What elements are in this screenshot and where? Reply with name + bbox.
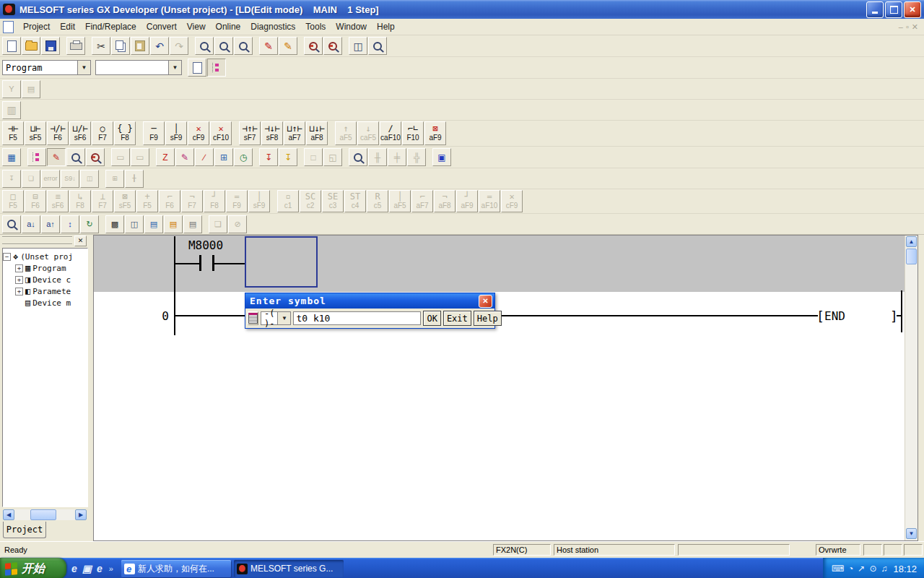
restore-button[interactable] [885, 1, 902, 18]
mdi-close-button[interactable]: ✕ [912, 22, 918, 32]
find-instruction-button[interactable] [214, 37, 233, 55]
tree-expander-icon[interactable]: + [15, 264, 23, 272]
dialog-close-button[interactable]: ✕ [479, 295, 492, 308]
desktop-quicklaunch-icon[interactable]: ▣ [82, 564, 92, 574]
invert-operation-result-button[interactable]: ∕caF10 [380, 121, 401, 145]
hscroll-thumb[interactable] [30, 509, 56, 520]
read-from-plc-button[interactable]: ↧ [279, 148, 297, 166]
line-statement-jump-button[interactable]: ↕ [61, 215, 79, 233]
vertical-line-button[interactable]: │sF9 [165, 121, 187, 145]
menu-item[interactable]: Window [331, 20, 372, 34]
menu-item[interactable]: Diagnostics [245, 20, 300, 34]
partial-execution-button[interactable]: ∕ [195, 148, 214, 166]
edit-cursor-cell[interactable] [245, 236, 318, 288]
mouse-tray-icon[interactable]: ⊙ [869, 564, 876, 573]
panel-grip[interactable] [2, 236, 72, 245]
tree-item-device-comment[interactable]: + ◨ Device c [3, 274, 87, 285]
delete-horizontal-line-button[interactable]: ✕cF9 [188, 121, 209, 145]
menu-item[interactable]: Convert [141, 20, 182, 34]
delete-line-button[interactable]: ⊠aF9 [424, 121, 446, 145]
ladder-list-toggle-button[interactable]: ▦ [2, 148, 21, 166]
dialog-title-bar[interactable]: Enter symbol ✕ [245, 293, 494, 309]
change-window-type-button[interactable] [188, 59, 206, 77]
help-button[interactable]: Help [474, 311, 502, 326]
device-comment-write-button[interactable]: ✎ [279, 37, 297, 55]
editor-vscrollbar[interactable]: ▲ ▼ [905, 236, 918, 540]
convert-line-button[interactable]: ⌐∟F10 [402, 121, 424, 145]
minimize-button[interactable] [866, 1, 884, 18]
chevron-down-icon[interactable]: ▼ [77, 61, 90, 74]
ie-quicklaunch-icon[interactable]: e [71, 564, 77, 574]
panel-close-button[interactable]: ✕ [74, 236, 87, 246]
horizontal-line-button[interactable]: ─F9 [143, 121, 165, 145]
menu-item[interactable]: View [182, 20, 211, 34]
project-data-list-button[interactable] [207, 59, 226, 77]
entry-data-monitor-button[interactable]: ▣ [432, 148, 451, 166]
menu-item[interactable]: Online [211, 20, 246, 34]
vscroll-thumb[interactable] [906, 249, 917, 264]
window-split-button[interactable]: ◫ [349, 37, 367, 55]
scroll-up-icon[interactable]: ▲ [906, 236, 917, 247]
write-to-plc-button[interactable]: ↧ [259, 148, 278, 166]
new-project-button[interactable] [2, 37, 21, 55]
application-instruction-button[interactable]: { }F8 [114, 121, 136, 145]
symbol-type-select[interactable]: -( )- ▼ [261, 311, 291, 325]
falling-pulse-button[interactable]: ⊣↓⊢sF8 [261, 121, 283, 145]
ladder-editor[interactable]: M8000 0 [ END ] Enter symbol ✕ -( )- ▼ [93, 235, 918, 541]
menu-item[interactable]: Tools [300, 20, 331, 34]
zoom-monitor-stop-button[interactable] [323, 37, 342, 55]
start-button[interactable]: 开始 [0, 558, 66, 578]
read-mode-search-button[interactable] [66, 148, 85, 166]
falling-pulse-branch-button[interactable]: ⊔↓⊢aF8 [306, 121, 328, 145]
tree-root-unset-project[interactable]: − ❖ (Unset proj [3, 251, 87, 262]
save-project-button[interactable] [41, 37, 60, 55]
scroll-down-icon[interactable]: ▼ [906, 528, 917, 539]
comment-edit-button[interactable]: ✎ [47, 148, 66, 166]
menu-item[interactable]: Project [18, 20, 55, 34]
stacked-windows-button[interactable]: ◫ [125, 215, 144, 233]
online-change-button[interactable]: ✎ [175, 148, 194, 166]
cut-button[interactable]: ✂ [92, 37, 110, 55]
close-button[interactable]: ✕ [904, 1, 921, 18]
panel-splitter[interactable] [88, 235, 93, 541]
scroll-right-icon[interactable]: ▶ [75, 509, 87, 520]
program-select[interactable]: Program ▼ [2, 60, 91, 75]
keyboard-tray-icon[interactable]: ⌨ [832, 564, 844, 573]
zoom-monitor-button[interactable] [304, 37, 323, 55]
list-delete-button[interactable]: ▤ [164, 215, 183, 233]
language-bar-icon[interactable]: ◔ [848, 564, 853, 573]
tree-expander-icon[interactable]: + [15, 288, 23, 296]
project-panel-hscrollbar[interactable]: ◀ ▶ [3, 509, 87, 521]
exit-button[interactable]: Exit [443, 311, 471, 326]
mail-quicklaunch-icon[interactable]: e [97, 564, 103, 574]
project-tree-toggle-button[interactable] [27, 148, 46, 166]
write-mode-search-button[interactable] [86, 148, 105, 166]
rising-pulse-branch-button[interactable]: ⊔↑⊢aF7 [284, 121, 305, 145]
clock-setting-button[interactable]: ◷ [234, 148, 253, 166]
scroll-left-icon[interactable]: ◀ [3, 509, 14, 520]
open-branch-button[interactable]: ⊔⊢sF5 [25, 121, 46, 145]
symbol-helper-button[interactable] [248, 311, 258, 325]
hscroll-track[interactable] [14, 509, 75, 520]
mdi-restore-button[interactable]: ▫ [906, 22, 909, 32]
device-use-list-button[interactable]: ▩ [105, 215, 124, 233]
copy-button[interactable] [111, 37, 130, 55]
undo-button[interactable]: ↶ [150, 37, 169, 55]
find-button[interactable] [2, 215, 21, 233]
tree-item-parameter[interactable]: + ◧ Paramete [3, 285, 87, 297]
find-string-button[interactable] [234, 37, 253, 55]
closed-branch-button[interactable]: ⊔/⊢sF6 [69, 121, 91, 145]
menu-item[interactable]: Edit [55, 20, 80, 34]
tree-expander-icon[interactable]: − [3, 253, 11, 261]
task-button-browser[interactable]: 新人求助，如何在... [121, 560, 231, 577]
chevron-down-icon[interactable]: ▼ [168, 61, 181, 74]
quick-launch-overflow-icon[interactable]: » [109, 564, 113, 573]
open-project-button[interactable] [22, 37, 40, 55]
device-select[interactable]: ▼ [95, 60, 182, 75]
menu-item[interactable]: Find/Replace [80, 20, 141, 34]
chevron-down-icon[interactable]: ▼ [277, 312, 290, 324]
pointer-tray-icon[interactable]: ↗ [858, 564, 865, 573]
program-verify-button[interactable]: ⊞ [214, 148, 233, 166]
mdi-minimize-button[interactable]: – [899, 22, 903, 32]
symbol-input[interactable] [293, 311, 421, 325]
